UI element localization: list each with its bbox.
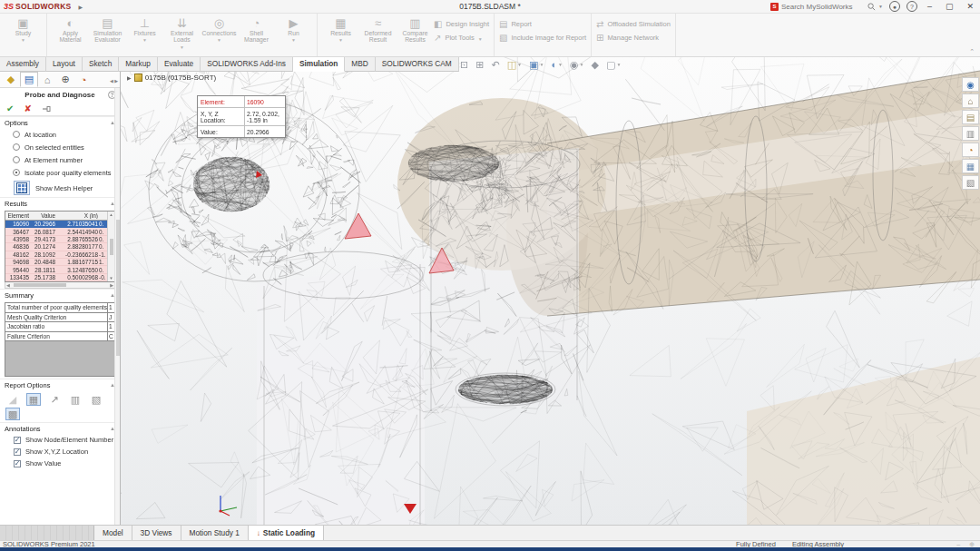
- radio-icon[interactable]: [13, 143, 20, 151]
- summary-section-header[interactable]: Summary ▲: [0, 289, 120, 300]
- scroll-right-icon[interactable]: ▶: [110, 282, 113, 288]
- displaymanager-tab-icon[interactable]: ◔: [74, 72, 93, 87]
- deformed-result-button[interactable]: ≈ Deformed Result: [359, 15, 397, 49]
- scroll-thumb[interactable]: [116, 220, 120, 356]
- table-row[interactable]: 4816228.1092-0.23666218-1.: [5, 251, 107, 259]
- zoom-to-area-icon[interactable]: ⊞: [475, 59, 484, 71]
- search-options-caret-icon[interactable]: ▼: [878, 4, 883, 9]
- table-row[interactable]: 9544028.18113.124876500.: [5, 266, 107, 273]
- file-explorer-tab-icon[interactable]: ▤: [962, 110, 979, 124]
- tab-static-loading[interactable]: ↓ Static Loading: [249, 526, 324, 540]
- pin-icon[interactable]: [42, 104, 51, 113]
- design-insight-button[interactable]: ◧ Design Insight: [434, 19, 489, 29]
- report-button[interactable]: ▤ Report: [499, 19, 586, 29]
- annotation-show-xyz[interactable]: ✓ Show X,Y,Z Location: [0, 446, 120, 458]
- tab-3d-views[interactable]: 3D Views: [132, 526, 181, 540]
- simulation-evaluator-button[interactable]: ▤ Simulation Evaluator: [89, 15, 126, 49]
- units-icon[interactable]: ⊕: [969, 541, 975, 548]
- dimxpertmanager-tab-icon[interactable]: ⊕: [56, 72, 74, 87]
- previous-view-icon[interactable]: ↶: [491, 59, 499, 71]
- radio-selected-icon[interactable]: [13, 169, 20, 176]
- checkbox-checked-icon[interactable]: ✓: [14, 448, 21, 456]
- fixtures-button[interactable]: ⊥ Fixtures ▼: [126, 15, 163, 42]
- tab-model[interactable]: Model: [94, 526, 132, 540]
- resources-tab-icon[interactable]: ◉: [962, 77, 979, 92]
- table-row[interactable]: 4395829.41732.887655260.: [5, 236, 107, 243]
- zoom-to-fit-icon[interactable]: ⊡: [460, 59, 468, 71]
- table-row[interactable]: 1609020.29662.710350410.: [5, 221, 107, 228]
- tab-scroller-handle[interactable]: [0, 526, 94, 540]
- table-row[interactable]: 9469820.48481.881677151.: [5, 259, 107, 266]
- plot-tools-dropdown-icon[interactable]: ▼: [478, 36, 483, 41]
- annotations-section-header[interactable]: Annotations ▲: [0, 422, 120, 434]
- annotation-show-node-element[interactable]: ✓ Show Node/Element Number: [0, 434, 120, 446]
- report-option-capture-image-icon[interactable]: ▦: [26, 393, 41, 406]
- study-dropdown-icon[interactable]: ▼: [21, 37, 25, 42]
- tab-markup[interactable]: Markup: [119, 57, 158, 72]
- study-button[interactable]: ▣ Study ▼: [5, 15, 42, 42]
- fixtures-dropdown-icon[interactable]: ▼: [142, 37, 147, 42]
- display-style-icon[interactable]: ◐▼: [551, 59, 563, 70]
- configurationmanager-tab-icon[interactable]: ⌂: [38, 72, 56, 87]
- section-view-icon[interactable]: ◫▼: [507, 59, 522, 71]
- hide-show-items-icon[interactable]: ◉▼: [570, 59, 584, 71]
- table-row[interactable]: 3646726.08172.544149400.: [5, 228, 107, 235]
- search-input[interactable]: [781, 3, 865, 11]
- scroll-down-icon[interactable]: ▼: [109, 276, 113, 280]
- apply-material-button[interactable]: ◐ Apply Material: [52, 15, 89, 49]
- connections-button[interactable]: ◎ Connections ▼: [201, 15, 238, 42]
- view-settings-icon[interactable]: ▢▼: [606, 59, 621, 71]
- report-option-copy-icon[interactable]: ▩: [5, 408, 20, 420]
- table-row[interactable]: 4683620.12742.882801770.: [5, 243, 107, 251]
- custom-properties-tab-icon[interactable]: ▦: [962, 159, 979, 173]
- restore-button[interactable]: ▢: [942, 2, 957, 11]
- tab-sketch[interactable]: Sketch: [83, 57, 119, 72]
- edit-appearance-icon[interactable]: ◆: [592, 59, 599, 71]
- user-account-icon[interactable]: ●: [889, 1, 900, 12]
- options-section-header[interactable]: Options ▲: [0, 116, 120, 128]
- run-button[interactable]: ▶ Run ▼: [275, 15, 312, 42]
- connections-dropdown-icon[interactable]: ▼: [217, 37, 221, 42]
- featuremanager-tab-icon[interactable]: ◆: [2, 72, 20, 87]
- radio-icon[interactable]: [13, 156, 20, 163]
- graphics-viewport[interactable]: ◀ ▶ ⊡ ⊞ ↶ ◫▼ ▣▼ ◐▼ ◉▼ ◆ ▢▼ ▶ 0175B (0175…: [121, 57, 980, 526]
- option-at-location[interactable]: At location: [0, 128, 120, 141]
- tab-solidworks-add-ins[interactable]: SOLIDWORKS Add-Ins: [201, 57, 293, 72]
- option-at-element-number[interactable]: At Element number: [0, 153, 120, 166]
- tab-motion-study-1[interactable]: Motion Study 1: [181, 526, 249, 540]
- scroll-left-icon[interactable]: ◀: [6, 282, 10, 288]
- results-dropdown-icon[interactable]: ▼: [338, 37, 343, 42]
- scroll-thumb[interactable]: [14, 283, 66, 287]
- forum-tab-icon[interactable]: ▧: [962, 175, 979, 190]
- results-vertical-scrollbar[interactable]: ▲ ▼: [107, 212, 114, 281]
- tab-simulation[interactable]: Simulation: [293, 57, 345, 72]
- show-mesh-helper-button[interactable]: Show Mesh Helper: [0, 179, 120, 197]
- option-isolate-poor-quality[interactable]: Isolate poor quality elements: [0, 166, 120, 179]
- external-loads-button[interactable]: ⇊ External Loads ▼: [163, 15, 201, 49]
- external-loads-dropdown-icon[interactable]: ▼: [180, 44, 184, 49]
- design-library-tab-icon[interactable]: ⌂: [962, 93, 979, 108]
- menu-expand-caret-icon[interactable]: ▶: [79, 4, 83, 10]
- manage-network-button[interactable]: ⊞ Manage Network: [596, 33, 671, 43]
- option-on-selected-entities[interactable]: On selected entities: [0, 141, 120, 153]
- panel-scrollbar[interactable]: [114, 88, 120, 525]
- col-x[interactable]: X (in): [57, 212, 99, 219]
- compare-results-button[interactable]: ▥ Compare Results: [397, 15, 434, 49]
- scroll-thumb[interactable]: [110, 239, 113, 255]
- col-value[interactable]: Value: [31, 212, 57, 219]
- table-row[interactable]: 13343525.17380.50002968-0.: [5, 274, 107, 281]
- view-palette-tab-icon[interactable]: ▥: [962, 126, 979, 141]
- plot-tools-button[interactable]: ↗ Plot Tools ▼: [434, 33, 489, 43]
- report-options-section-header[interactable]: Report Options ▲: [0, 379, 120, 390]
- help-icon[interactable]: ?: [906, 1, 917, 12]
- results-section-header[interactable]: Results ▲: [0, 197, 120, 209]
- shell-manager-button[interactable]: ◔ Shell Manager: [238, 15, 275, 49]
- col-element[interactable]: Element: [5, 212, 31, 219]
- checkbox-checked-icon[interactable]: ✓: [14, 460, 21, 467]
- ok-button[interactable]: ✔: [6, 103, 14, 113]
- tab-assembly[interactable]: Assembly: [0, 57, 46, 72]
- manager-tab-scroll-icons[interactable]: ◀ ▶: [110, 78, 120, 87]
- radio-icon[interactable]: [13, 131, 20, 138]
- include-image-for-report-button[interactable]: ▧ Include Image for Report: [499, 33, 586, 43]
- tree-expand-icon[interactable]: ▶: [127, 74, 132, 81]
